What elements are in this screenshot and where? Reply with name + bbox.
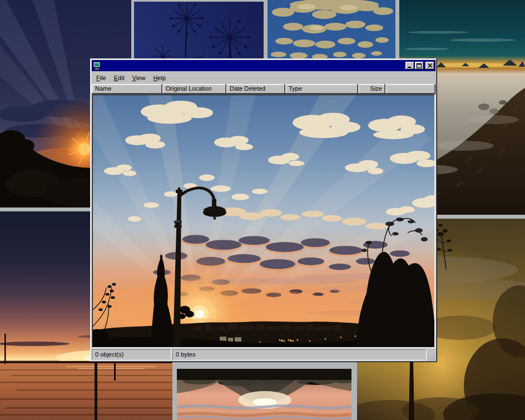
column-header-size[interactable]: Size (358, 84, 385, 94)
status-object-count: 0 object(s) (92, 349, 171, 360)
close-icon (428, 63, 433, 68)
column-header-blank[interactable] (385, 84, 435, 94)
column-header-date-deleted[interactable]: Date Deleted (226, 84, 285, 94)
close-button[interactable] (425, 62, 434, 70)
wallpaper-photo-water-reflection (177, 369, 351, 420)
minimize-button[interactable] (405, 62, 414, 70)
menu-view[interactable]: View (128, 73, 150, 82)
menu-help[interactable]: Help (149, 73, 170, 82)
minimize-icon (407, 63, 413, 68)
menu-file[interactable]: File (92, 73, 110, 82)
recycle-bin-window: File Edit View Help Name Original Locati… (90, 58, 437, 362)
column-headers: Name Original Location Date Deleted Type… (92, 84, 435, 94)
menu-edit[interactable]: Edit (110, 73, 128, 82)
menu-bar: File Edit View Help (92, 72, 435, 84)
status-byte-count: 0 bytes (172, 349, 427, 360)
computer-icon (93, 61, 102, 70)
column-header-original-location[interactable]: Original Location (162, 84, 226, 94)
resize-grip-icon (428, 353, 435, 360)
column-header-type[interactable]: Type (285, 84, 358, 94)
window-titlebar[interactable] (92, 60, 435, 71)
folder-view[interactable] (92, 94, 435, 348)
resize-grip[interactable] (428, 349, 435, 360)
sunset-lamppost-photo (93, 95, 434, 347)
status-bar: 0 object(s) 0 bytes (92, 349, 435, 360)
column-header-name[interactable]: Name (92, 84, 162, 94)
maximize-button[interactable] (415, 62, 424, 70)
maximize-icon (417, 63, 422, 68)
